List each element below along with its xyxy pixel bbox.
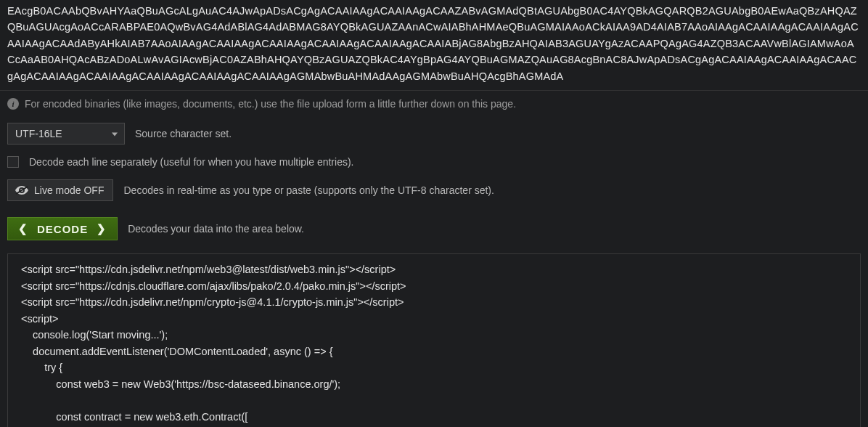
decode-row: ❮ DECODE ❯ Decodes your data into the ar… (0, 211, 868, 246)
decode-button-label: DECODE (37, 223, 88, 235)
hint-row: i For encoded binaries (like images, doc… (0, 91, 868, 117)
decoded-output-area[interactable]: <script src="https://cdn.jsdelivr.net/np… (7, 253, 861, 427)
charset-row: UTF-16LE Source character set. (0, 117, 868, 150)
decode-each-line-label: Decode each line separately (useful for … (29, 156, 353, 168)
chevron-right-icon: ❯ (97, 222, 107, 235)
encoded-input-area[interactable]: EAcgB0ACAAbQBvAHYAaQBuAGcALgAuAC4AJwApAD… (0, 0, 868, 91)
charset-label: Source character set. (135, 128, 232, 139)
eye-icon (15, 186, 28, 195)
live-mode-row: Live mode OFF Decodes in real-time as yo… (0, 174, 868, 207)
decode-button[interactable]: ❮ DECODE ❯ (7, 217, 118, 240)
info-icon: i (7, 98, 19, 110)
charset-select[interactable]: UTF-16LE (7, 123, 125, 145)
live-mode-description: Decodes in real-time as you type or past… (123, 184, 494, 196)
live-mode-button[interactable]: Live mode OFF (7, 179, 113, 201)
decode-description: Decodes your data into the area below. (128, 223, 304, 235)
hint-text: For encoded binaries (like images, docum… (25, 98, 516, 110)
live-mode-label: Live mode OFF (34, 184, 104, 196)
decode-each-line-checkbox[interactable] (7, 156, 19, 168)
chevron-left-icon: ❮ (18, 222, 28, 235)
decode-each-line-row: Decode each line separately (useful for … (0, 150, 868, 174)
